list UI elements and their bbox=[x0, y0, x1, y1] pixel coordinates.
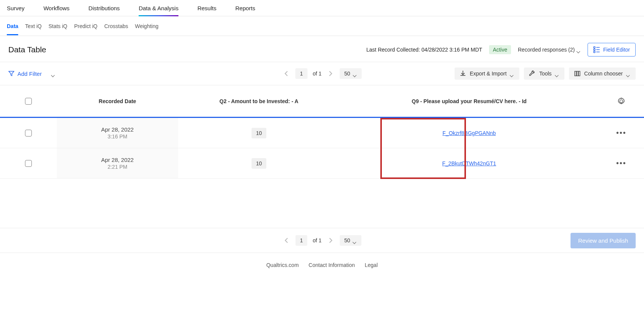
subnav-statsiq[interactable]: Stats iQ bbox=[48, 17, 67, 35]
nav-survey[interactable]: Survey bbox=[7, 0, 25, 16]
filter-dropdown-chevron[interactable] bbox=[52, 72, 55, 75]
chevron-down-icon bbox=[510, 72, 514, 75]
row-time: 3:16 PM bbox=[57, 133, 178, 140]
download-icon bbox=[460, 71, 466, 77]
svg-rect-0 bbox=[594, 47, 595, 48]
field-editor-label: Field Editor bbox=[603, 47, 630, 53]
row-date: Apr 28, 2022 bbox=[57, 126, 178, 133]
page-size-dropdown-footer[interactable]: 50 bbox=[340, 235, 362, 246]
page-size-value: 50 bbox=[344, 71, 350, 77]
nav-reports[interactable]: Reports bbox=[235, 0, 255, 16]
cell-file-id: F_2BkutDTWh42nGT1 bbox=[340, 160, 599, 166]
export-import-button[interactable]: Export & Import bbox=[455, 67, 519, 80]
column-chooser-button[interactable]: Column chooser bbox=[569, 67, 636, 80]
footer-link-contact[interactable]: Contact Information bbox=[309, 262, 355, 268]
data-table: Recorded Date Q2 - Amount to be Invested… bbox=[0, 85, 644, 179]
page-size-dropdown[interactable]: 50 bbox=[340, 68, 362, 79]
cell-recorded-date: Apr 28, 2022 3:16 PM bbox=[57, 118, 178, 148]
field-editor-button[interactable]: Field Editor bbox=[588, 43, 636, 56]
prev-page-button[interactable] bbox=[283, 69, 290, 78]
chevron-down-icon bbox=[577, 48, 581, 52]
row-checkbox[interactable] bbox=[25, 130, 32, 137]
page-of-label: of 1 bbox=[313, 71, 321, 77]
table-header-row: Recorded Date Q2 - Amount to be Invested… bbox=[0, 85, 644, 118]
amount-value: 10 bbox=[252, 128, 267, 138]
sub-nav: Data Text iQ Stats iQ Predict iQ Crossta… bbox=[0, 16, 644, 36]
page-number-input-footer[interactable]: 1 bbox=[295, 235, 308, 246]
row-time: 2:21 PM bbox=[57, 164, 178, 170]
cell-amount: 10 bbox=[178, 158, 340, 169]
next-page-button[interactable] bbox=[327, 69, 335, 78]
tools-button[interactable]: Tools bbox=[524, 67, 564, 80]
recorded-responses-dropdown[interactable]: Recorded responses (2) bbox=[518, 47, 581, 53]
page-size-value-footer: 50 bbox=[344, 237, 350, 243]
row-actions-button[interactable]: ••• bbox=[599, 129, 644, 137]
subnav-textiq[interactable]: Text iQ bbox=[25, 17, 42, 35]
svg-rect-8 bbox=[578, 71, 580, 76]
header-amount[interactable]: Q2 - Amount to be Invested: - A bbox=[178, 98, 340, 104]
toolbar: Add Filter 1 of 1 50 Export & Import bbox=[0, 62, 644, 85]
select-all-checkbox[interactable] bbox=[25, 98, 32, 105]
header-file-id[interactable]: Q9 - Please upload your Resumé/CV here. … bbox=[340, 98, 599, 104]
add-filter-label: Add Filter bbox=[17, 71, 42, 77]
page-title: Data Table bbox=[8, 45, 46, 54]
wrench-icon bbox=[529, 71, 535, 77]
footer-pagination: 1 of 1 50 Review and Publish bbox=[0, 228, 644, 253]
svg-rect-1 bbox=[594, 49, 595, 50]
status-badge: Active bbox=[489, 45, 511, 54]
title-row: Data Table Last Record Collected: 04/28/… bbox=[0, 36, 644, 62]
recorded-responses-label: Recorded responses (2) bbox=[518, 47, 575, 53]
subnav-data[interactable]: Data bbox=[7, 17, 18, 35]
chevron-down-icon bbox=[353, 72, 357, 75]
amount-value: 10 bbox=[252, 158, 267, 169]
header-recorded-date[interactable]: Recorded Date bbox=[57, 98, 178, 104]
nav-distributions[interactable]: Distributions bbox=[89, 0, 120, 16]
tools-label: Tools bbox=[539, 71, 552, 77]
row-actions-button[interactable]: ••• bbox=[599, 159, 644, 168]
row-date: Apr 28, 2022 bbox=[57, 157, 178, 163]
file-id-link[interactable]: F_Okzrf8BGgPGANnb bbox=[442, 130, 496, 136]
filter-icon bbox=[8, 71, 14, 77]
cell-amount: 10 bbox=[178, 128, 340, 138]
column-chooser-label: Column chooser bbox=[584, 71, 623, 77]
nav-results[interactable]: Results bbox=[197, 0, 216, 16]
svg-rect-7 bbox=[577, 71, 578, 76]
chevron-down-icon bbox=[555, 72, 559, 75]
chevron-down-icon bbox=[353, 239, 357, 242]
svg-rect-6 bbox=[575, 71, 576, 76]
next-page-button-footer[interactable] bbox=[327, 236, 335, 245]
chevron-down-icon bbox=[627, 72, 630, 75]
subnav-predictiq[interactable]: Predict iQ bbox=[74, 17, 97, 35]
footer-link-legal[interactable]: Legal bbox=[365, 262, 378, 268]
row-checkbox[interactable] bbox=[25, 160, 32, 167]
add-filter-button[interactable]: Add Filter bbox=[8, 71, 42, 77]
footer-link-qualtrics[interactable]: Qualtrics.com bbox=[266, 262, 299, 268]
prev-page-button-footer[interactable] bbox=[283, 236, 290, 245]
svg-rect-2 bbox=[594, 51, 595, 53]
subnav-crosstabs[interactable]: Crosstabs bbox=[104, 17, 128, 35]
subnav-weighting[interactable]: Weighting bbox=[135, 17, 158, 35]
columns-icon bbox=[574, 71, 580, 77]
page-number-input[interactable]: 1 bbox=[295, 68, 308, 79]
page-of-label-footer: of 1 bbox=[313, 237, 321, 243]
top-nav: Survey Workflows Distributions Data & An… bbox=[0, 0, 644, 16]
gear-icon[interactable] bbox=[617, 97, 625, 105]
last-record-text: Last Record Collected: 04/28/2022 3:16 P… bbox=[366, 47, 482, 53]
cell-recorded-date: Apr 28, 2022 2:21 PM bbox=[57, 148, 178, 178]
cell-file-id: F_Okzrf8BGgPGANnb bbox=[340, 130, 599, 136]
review-publish-button[interactable]: Review and Publish bbox=[571, 233, 636, 248]
field-editor-icon bbox=[593, 46, 600, 53]
table-row: Apr 28, 2022 3:16 PM 10 F_Okzrf8BGgPGANn… bbox=[0, 118, 644, 148]
footer-links: Qualtrics.com Contact Information Legal bbox=[0, 253, 644, 283]
nav-data-analysis[interactable]: Data & Analysis bbox=[139, 0, 178, 16]
table-row: Apr 28, 2022 2:21 PM 10 F_2BkutDTWh42nGT… bbox=[0, 148, 644, 179]
export-import-label: Export & Import bbox=[470, 71, 506, 77]
file-id-link[interactable]: F_2BkutDTWh42nGT1 bbox=[442, 160, 496, 166]
nav-workflows[interactable]: Workflows bbox=[44, 0, 70, 16]
